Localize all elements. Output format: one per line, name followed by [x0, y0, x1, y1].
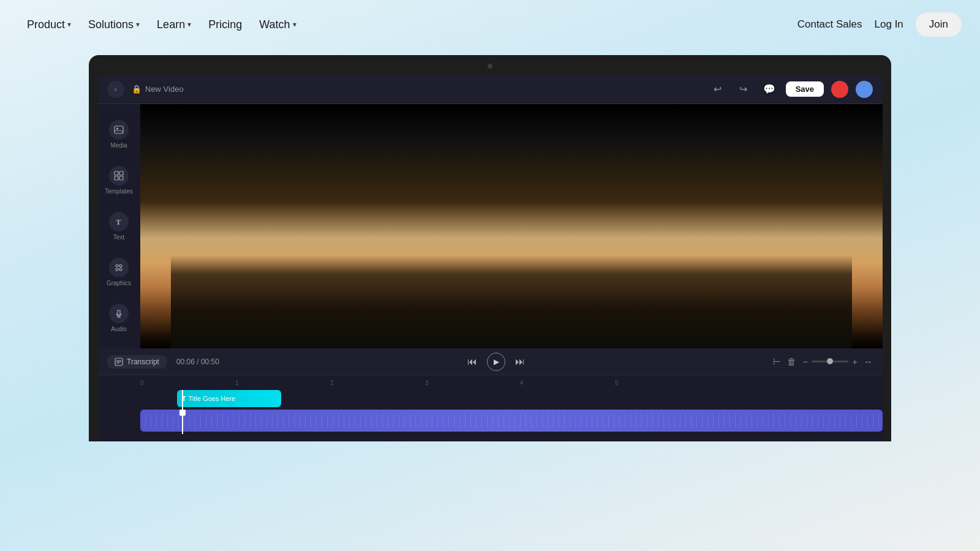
ruler-mark-1: 1: [235, 380, 239, 386]
svg-rect-4: [115, 176, 118, 180]
skip-back-button[interactable]: ⏮: [467, 356, 477, 367]
time-display: 00:06 / 00:50: [176, 358, 219, 366]
zoom-thumb: [827, 358, 833, 364]
ruler-mark-2: 2: [330, 380, 334, 386]
sidebar-item-media[interactable]: Media: [101, 114, 137, 155]
transcript-bar: Transcript 00:06 / 00:50 ⏮ ▶ ⏭ ⊢ 🗑 −: [97, 348, 883, 375]
waveform: [140, 414, 883, 427]
undo-button[interactable]: ↩: [709, 80, 727, 99]
save-button[interactable]: Save: [786, 81, 824, 97]
lock-icon: 🔒: [132, 84, 141, 94]
svg-rect-3: [119, 171, 123, 175]
graphics-icon: [109, 258, 129, 277]
playhead-video: [182, 396, 183, 434]
learn-label: Learn: [157, 18, 185, 31]
svg-rect-5: [119, 176, 123, 180]
svg-rect-0: [115, 126, 123, 133]
navbar: Product ▾ Solutions ▾ Learn ▾ Pricing Wa…: [0, 0, 980, 49]
transcript-label-text: Transcript: [127, 358, 159, 366]
watch-chevron-icon: ▾: [293, 20, 296, 29]
login-link[interactable]: Log In: [875, 18, 903, 31]
video-title-area: 🔒 New Video: [132, 84, 184, 94]
timeline-right-controls: ⊢ 🗑 − + ↔: [773, 356, 873, 367]
title-clip[interactable]: T Title Goes Here: [177, 390, 281, 407]
video-preview: [140, 104, 883, 348]
svg-text:T: T: [116, 217, 121, 227]
left-sidebar: Media Templates: [97, 104, 140, 348]
watch-label: Watch: [259, 18, 290, 31]
join-button[interactable]: Join: [916, 12, 962, 37]
zoom-out-icon[interactable]: −: [802, 356, 808, 367]
video-track-row: [140, 410, 883, 432]
delete-icon[interactable]: 🗑: [787, 356, 796, 367]
keyboard-area: [171, 255, 852, 348]
laptop-frame: ‹ 🔒 New Video ↩ ↪ 💬 Save: [89, 55, 891, 441]
svg-point-8: [119, 264, 122, 267]
timeline-area: Transcript 00:06 / 00:50 ⏮ ▶ ⏭ ⊢ 🗑 −: [97, 348, 883, 441]
topbar-actions: ↩ ↪ 💬 Save: [709, 80, 873, 99]
timeline-tracks: T Title Goes Here: [97, 388, 883, 437]
product-label: Product: [27, 18, 65, 31]
play-button[interactable]: ▶: [487, 353, 505, 371]
video-title: New Video: [145, 84, 184, 94]
solutions-chevron-icon: ▾: [136, 20, 140, 29]
zoom-control: − +: [802, 356, 858, 367]
avatar-red: [831, 81, 848, 98]
ruler-mark-5: 5: [615, 380, 619, 386]
templates-label: Templates: [105, 188, 133, 195]
svg-rect-2: [115, 171, 118, 175]
text-icon: T: [109, 212, 129, 231]
learn-chevron-icon: ▾: [187, 20, 191, 29]
nav-pricing[interactable]: Pricing: [200, 13, 251, 36]
timeline-ruler: 0 1 2 3 4 5: [97, 375, 883, 388]
title-track-row: T Title Goes Here: [140, 390, 883, 407]
graphics-label: Graphics: [107, 280, 131, 287]
transcript-button[interactable]: Transcript: [107, 355, 167, 369]
audio-icon: [109, 304, 129, 323]
audio-label: Audio: [111, 326, 127, 332]
pricing-label: Pricing: [208, 18, 242, 31]
nav-learn[interactable]: Learn ▾: [148, 13, 200, 36]
skip-forward-button[interactable]: ⏭: [515, 356, 525, 367]
title-clip-text: Title Goes Here: [189, 395, 236, 402]
video-track-inner: [140, 410, 883, 432]
product-chevron-icon: ▾: [67, 20, 71, 29]
comment-button[interactable]: 💬: [760, 80, 778, 99]
sidebar-item-text[interactable]: T Text: [101, 206, 137, 247]
zoom-in-icon[interactable]: +: [852, 356, 858, 367]
camera-dot: [488, 64, 492, 69]
editor-body: Media Templates: [97, 104, 883, 348]
svg-point-1: [116, 128, 118, 130]
ruler-mark-0: 0: [140, 380, 144, 386]
redo-button[interactable]: ↪: [734, 80, 753, 99]
editor-topbar: ‹ 🔒 New Video ↩ ↪ 💬 Save: [97, 75, 883, 104]
playback-controls: ⏮ ▶ ⏭: [467, 353, 525, 371]
text-label: Text: [113, 234, 124, 241]
svg-point-7: [116, 264, 118, 267]
nav-watch[interactable]: Watch ▾: [251, 13, 304, 36]
laptop-container: ‹ 🔒 New Video ↩ ↪ 💬 Save: [89, 55, 891, 551]
nav-solutions[interactable]: Solutions ▾: [80, 13, 148, 36]
split-icon[interactable]: ⊢: [773, 356, 781, 367]
contact-sales-link[interactable]: Contact Sales: [797, 18, 862, 31]
svg-point-10: [119, 268, 122, 271]
sidebar-item-graphics[interactable]: Graphics: [101, 252, 137, 293]
video-clip[interactable]: [140, 410, 883, 432]
avatar-blue: [856, 81, 873, 98]
nav-product[interactable]: Product ▾: [18, 13, 80, 36]
solutions-label: Solutions: [88, 18, 134, 31]
sidebar-item-templates[interactable]: Templates: [101, 160, 137, 201]
fit-icon[interactable]: ↔: [864, 356, 873, 367]
media-icon: [109, 120, 129, 140]
media-label: Media: [110, 142, 127, 149]
zoom-track[interactable]: [812, 361, 848, 362]
ruler-mark-4: 4: [520, 380, 524, 386]
templates-icon: [109, 166, 129, 186]
video-content: [140, 104, 883, 348]
laptop-screen: ‹ 🔒 New Video ↩ ↪ 💬 Save: [97, 75, 883, 441]
back-button[interactable]: ‹: [107, 81, 124, 98]
svg-point-9: [116, 268, 118, 271]
ruler-mark-3: 3: [425, 380, 429, 386]
nav-right: Contact Sales Log In Join: [797, 12, 962, 37]
sidebar-item-audio[interactable]: Audio: [101, 298, 137, 339]
